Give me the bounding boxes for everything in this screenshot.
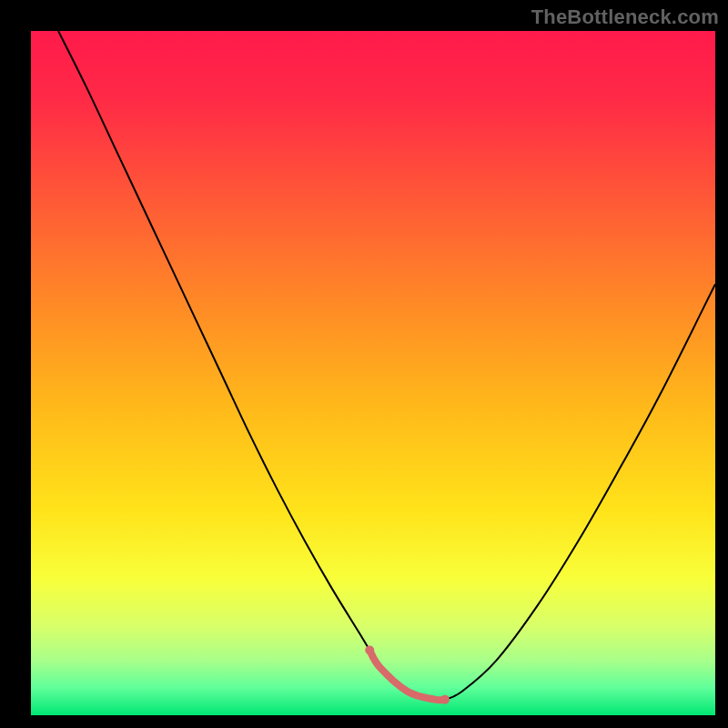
gradient-background	[31, 31, 715, 715]
bottleneck-chart	[31, 31, 715, 715]
chart-frame: TheBottleneck.com	[0, 0, 728, 728]
optimal-zone-endpoint-left	[365, 646, 374, 655]
optimal-zone-endpoint-right	[440, 695, 450, 704]
watermark-label: TheBottleneck.com	[531, 5, 719, 29]
plot-area	[31, 31, 715, 715]
